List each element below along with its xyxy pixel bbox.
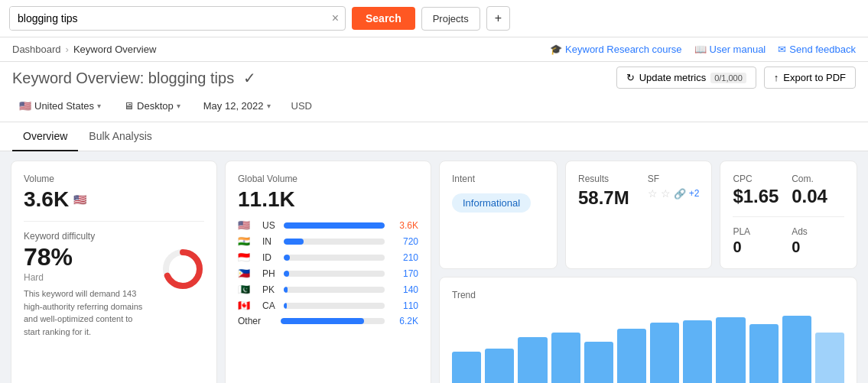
results-col: Results 58.7M [578, 174, 629, 209]
chevron-down-icon-3: ▾ [267, 102, 271, 110]
link-icon: 🔗 [674, 188, 686, 200]
us-flag-small: 🇺🇸 [73, 193, 86, 206]
bar-row-us: 🇺🇸 US 3.6K [238, 219, 418, 231]
results-value: 58.7M [578, 187, 629, 209]
kd-row: 78% Hard This keyword will demand 143 hi… [24, 243, 204, 338]
bar-track-pk [284, 287, 385, 293]
sf-icons: ☆ ☆ 🔗 +2 [648, 187, 700, 200]
title-prefix: Keyword Overview: [12, 70, 144, 86]
breadcrumb-parent[interactable]: Dashboard [12, 44, 61, 55]
bar-fill-ph [284, 271, 289, 277]
other-bar-fill [281, 318, 364, 324]
date-label: May 12, 2022 [203, 100, 264, 112]
flag-us: 🇺🇸 [238, 219, 256, 231]
search-bar: × Search Projects + [0, 0, 868, 37]
filters-row: 🇺🇸 United States ▾ 🖥 Desktop ▾ May 12, 2… [0, 92, 868, 122]
trend-bars [452, 311, 844, 383]
results-card: Results 58.7M SF ☆ ☆ 🔗 +2 [565, 161, 712, 269]
com-item: Com. 0.04 [792, 174, 844, 207]
course-link[interactable]: 🎓 Keyword Research course [550, 44, 681, 55]
manual-link[interactable]: 📖 User manual [694, 44, 766, 55]
search-input[interactable] [10, 7, 326, 30]
metrics-divider [733, 216, 844, 217]
sf-col: SF ☆ ☆ 🔗 +2 [648, 174, 700, 209]
tabs-row: Overview Bulk Analysis [0, 122, 868, 151]
country-label: United States [34, 100, 94, 112]
tab-overview[interactable]: Overview [12, 122, 78, 151]
clear-button[interactable]: × [326, 12, 345, 24]
com-value: 0.04 [792, 186, 844, 207]
chevron-down-icon: ▾ [97, 102, 101, 110]
flag-ca: 🇨🇦 [238, 300, 256, 311]
feedback-icon: ✉ [778, 44, 786, 55]
bar-track-in [284, 239, 385, 245]
val-ph: 170 [391, 268, 418, 279]
code-us: US [262, 220, 278, 231]
device-filter[interactable]: 🖥 Desktop ▾ [117, 96, 187, 115]
other-row: Other 6.2K [238, 316, 418, 326]
feedback-link[interactable]: ✉ Send feedback [778, 44, 856, 55]
trend-bar-7 [683, 320, 712, 383]
right-column: Intent Informational Results 58.7M SF ☆ … [439, 161, 857, 383]
val-us: 3.6K [391, 220, 418, 231]
pla-item: PLA 0 [733, 226, 785, 256]
feedback-label: Send feedback [789, 44, 856, 55]
code-in: IN [262, 236, 278, 247]
cpc-label: CPC [733, 174, 785, 184]
kd-value: 78% [24, 243, 151, 271]
pla-value: 0 [733, 239, 785, 256]
kd-label: Keyword difficulty [24, 231, 204, 242]
update-metrics-button[interactable]: ↻ Update metrics 0/1,000 [616, 67, 756, 89]
metrics-grid: CPC $1.65 Com. 0.04 PLA 0 Ads 0 [733, 174, 844, 256]
country-filter[interactable]: 🇺🇸 United States ▾ [12, 96, 108, 115]
other-val: 6.2K [391, 316, 418, 326]
trend-label: Trend [452, 290, 844, 300]
code-ph: PH [262, 268, 278, 279]
course-label: Keyword Research course [565, 44, 681, 55]
kd-left: 78% Hard This keyword will demand 143 hi… [24, 243, 151, 338]
top-cards-row: Intent Informational Results 58.7M SF ☆ … [439, 161, 857, 269]
country-bars: 🇺🇸 US 3.6K 🇮🇳 IN 720 🇮🇩 ID [238, 219, 418, 326]
breadcrumb-current: Keyword Overview [73, 44, 156, 55]
val-ca: 110 [391, 300, 418, 311]
volume-label: Volume [24, 174, 204, 184]
trend-bar-8 [716, 317, 745, 383]
volume-card: Volume 3.6K 🇺🇸 Keyword difficulty 78% Ha… [11, 161, 217, 383]
flag-pk: 🇵🇰 [238, 284, 256, 295]
trend-card: Trend [439, 277, 857, 383]
trend-bar-4 [584, 342, 613, 383]
trend-bar-9 [749, 324, 779, 383]
tab-bulk-analysis[interactable]: Bulk Analysis [78, 122, 162, 151]
star-icon-2: ☆ [661, 187, 671, 200]
date-filter[interactable]: May 12, 2022 ▾ [197, 96, 278, 115]
global-volume-card: Global Volume 11.1K 🇺🇸 US 3.6K 🇮🇳 IN 720 [225, 161, 431, 383]
metrics-count: 0/1,000 [710, 73, 746, 83]
title-keyword: blogging tips [148, 70, 234, 86]
sf-more-link[interactable]: +2 [689, 188, 700, 199]
trend-bar-1 [485, 349, 514, 383]
other-bar-track [281, 318, 385, 324]
val-in: 720 [391, 236, 418, 247]
bar-fill-pk [284, 287, 288, 293]
bar-fill-id [284, 255, 290, 261]
add-project-button[interactable]: + [486, 6, 510, 31]
flag-id: 🇮🇩 [238, 252, 256, 263]
bar-row-ca: 🇨🇦 CA 110 [238, 300, 418, 311]
export-button[interactable]: ↑ Export to PDF [764, 67, 856, 89]
bar-fill-us [284, 222, 385, 229]
currency-label: USD [287, 97, 317, 115]
manual-label: User manual [710, 44, 766, 55]
bar-fill-in [284, 239, 304, 245]
trend-bar-6 [650, 323, 679, 383]
search-button[interactable]: Search [352, 7, 415, 30]
export-icon: ↑ [774, 72, 779, 83]
flag-ph: 🇵🇭 [238, 268, 256, 279]
bar-track-us [284, 222, 385, 229]
code-id: ID [262, 252, 278, 263]
course-icon: 🎓 [550, 44, 562, 55]
bar-row-id: 🇮🇩 ID 210 [238, 252, 418, 263]
projects-button[interactable]: Projects [421, 7, 480, 31]
page-title: Keyword Overview: blogging tips ✓ [12, 69, 256, 87]
divider [24, 221, 204, 222]
title-actions: ↻ Update metrics 0/1,000 ↑ Export to PDF [616, 67, 856, 89]
